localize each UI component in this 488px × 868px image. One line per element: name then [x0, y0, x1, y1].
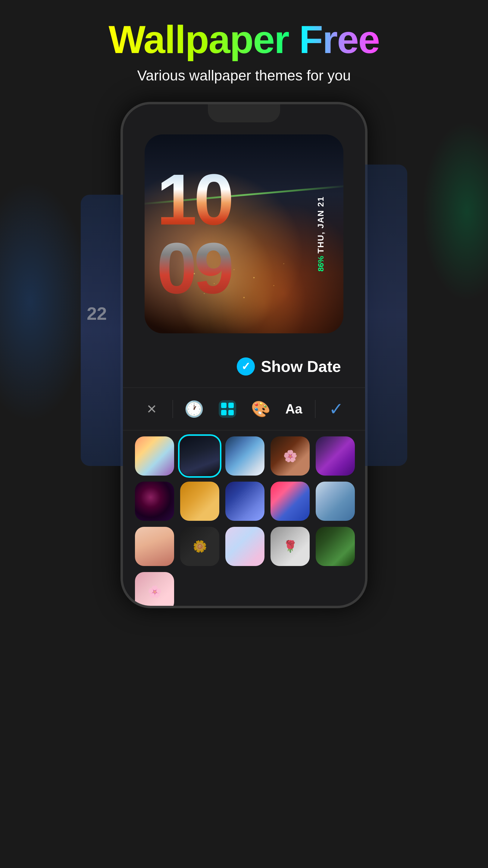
clock-icon: 🕐	[184, 400, 204, 418]
phone-container: 22 10 09	[0, 102, 488, 608]
close-button[interactable]: ✕	[139, 397, 164, 421]
wallpaper-item[interactable]	[316, 527, 355, 566]
close-icon: ✕	[147, 402, 157, 416]
confirm-icon: ✓	[329, 399, 344, 419]
check-icon: ✓	[241, 360, 250, 373]
palette-button[interactable]: 🎨	[249, 397, 272, 421]
wallpaper-item[interactable]: 🌸	[135, 572, 174, 606]
toolbar: ✕ 🕐 🎨	[123, 388, 365, 430]
wallpaper-item-selected[interactable]	[180, 436, 219, 475]
phone-screen: 10 09 THU, JAN 21 86% ✓ Show Date	[123, 104, 365, 606]
show-date-checkbox[interactable]: ✓	[237, 358, 255, 375]
app-title: Wallpaper Free	[0, 18, 488, 61]
wallpaper-item[interactable]	[135, 436, 174, 475]
clock-widget-area: 10 09 THU, JAN 21 86%	[123, 104, 365, 345]
clock-widget: 10 09 THU, JAN 21 86%	[144, 134, 344, 333]
wallpaper-item[interactable]	[135, 527, 174, 566]
wallpaper-item[interactable]	[135, 482, 174, 521]
palette-icon: 🎨	[251, 400, 270, 418]
wallpaper-item[interactable]	[270, 482, 310, 521]
wallpaper-item[interactable]	[225, 527, 264, 566]
font-button[interactable]: Aa	[282, 397, 306, 421]
title-section: Wallpaper Free Various wallpaper themes …	[0, 0, 488, 84]
clock-content: 10 09 THU, JAN 21 86%	[144, 134, 344, 333]
clock-hour: 10	[157, 165, 313, 234]
wallpaper-item[interactable]: 🌼	[180, 527, 219, 566]
wallpaper-item[interactable]: 🌹	[270, 527, 310, 566]
clock-time-display: 10 09	[157, 165, 313, 303]
wallpaper-item[interactable]	[180, 482, 219, 521]
clock-battery: 86%	[316, 256, 326, 272]
grid-button[interactable]	[216, 397, 239, 421]
svg-rect-3	[228, 410, 234, 415]
wallpaper-item[interactable]	[316, 482, 355, 521]
svg-rect-2	[221, 410, 227, 415]
wallpaper-item[interactable]	[316, 436, 355, 475]
show-date-row[interactable]: ✓ Show Date	[123, 345, 365, 381]
confirm-button[interactable]: ✓	[324, 397, 349, 421]
wallpaper-item[interactable]	[225, 436, 264, 475]
app-subtitle: Various wallpaper themes for you	[0, 67, 488, 84]
wallpaper-grid: 🌸	[123, 430, 365, 606]
phone-mockup: 22 10 09	[121, 102, 367, 608]
clock-sidebar: THU, JAN 21 86%	[313, 196, 331, 272]
show-date-label: Show Date	[261, 358, 341, 375]
wallpaper-item[interactable]: 🌸	[270, 436, 310, 475]
wallpaper-item[interactable]	[225, 482, 264, 521]
grid-icon	[219, 400, 236, 418]
clock-date: THU, JAN 21	[317, 196, 325, 253]
clock-button[interactable]: 🕐	[182, 397, 206, 421]
svg-rect-0	[221, 403, 227, 408]
title-word2: Free	[299, 18, 380, 61]
title-word1: Wallpaper	[108, 18, 299, 61]
clock-minute: 09	[157, 234, 313, 303]
svg-rect-1	[228, 403, 234, 408]
phone-notch	[208, 104, 280, 122]
font-icon: Aa	[285, 401, 302, 416]
